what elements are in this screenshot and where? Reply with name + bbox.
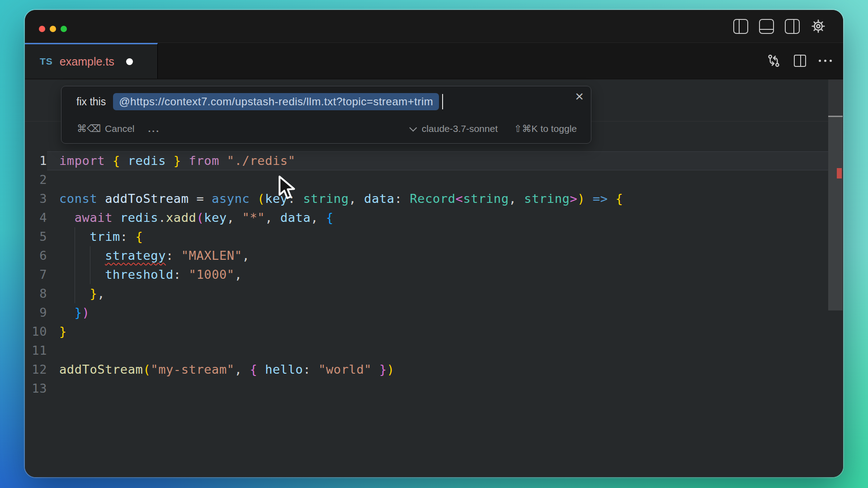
line-number: 1 <box>25 151 47 170</box>
code-line-content: }) <box>47 303 843 322</box>
code-line[interactable]: 2 <box>25 170 843 189</box>
close-window-button[interactable] <box>39 26 45 32</box>
inline-chat-widget: fix this @https://context7.com/upstash-r… <box>61 86 591 144</box>
cancel-shortcut-icon: ⌘⌫ <box>77 123 101 135</box>
traffic-lights <box>39 26 67 32</box>
more-actions-icon[interactable] <box>819 60 832 62</box>
line-number: 11 <box>25 341 47 360</box>
typescript-file-icon: TS <box>40 56 53 67</box>
editor-pane[interactable]: fix this @https://context7.com/upstash-r… <box>25 80 843 477</box>
code-area[interactable]: 1import { redis } from "./redis"23const … <box>25 151 843 398</box>
code-line-content: const addToStream = async (key: string, … <box>47 189 843 208</box>
close-icon[interactable]: × <box>575 89 584 103</box>
code-line-content <box>47 379 843 398</box>
text-caret <box>442 94 443 109</box>
code-line-content: threshold: "1000", <box>47 265 843 284</box>
line-number: 12 <box>25 360 47 379</box>
code-line-content: await redis.xadd(key, "*", data, { <box>47 208 843 227</box>
code-line-content: trim: { <box>47 227 843 246</box>
code-line[interactable]: 10} <box>25 322 843 341</box>
code-line-content: import { redis } from "./redis" <box>47 151 843 170</box>
code-line[interactable]: 6 strategy: "MAXLEN", <box>25 246 843 265</box>
line-number: 6 <box>25 246 47 265</box>
code-line[interactable]: 9 }) <box>25 303 843 322</box>
cancel-button[interactable]: Cancel <box>105 123 134 134</box>
toggle-primary-sidebar-icon[interactable] <box>733 19 748 34</box>
editor-actions <box>766 43 832 79</box>
line-number: 9 <box>25 303 47 322</box>
line-number: 7 <box>25 265 47 284</box>
tab-bar: TS example.ts <box>25 43 843 79</box>
line-number: 4 <box>25 208 47 227</box>
line-number: 13 <box>25 379 47 398</box>
context-url-chip[interactable]: @https://context7.com/upstash-redis/llm.… <box>113 93 439 110</box>
scrollbar-thumb[interactable] <box>828 117 843 310</box>
code-line-content: } <box>47 322 843 341</box>
zoom-window-button[interactable] <box>61 26 67 32</box>
line-number: 8 <box>25 284 47 303</box>
tab-filename: example.ts <box>60 55 114 68</box>
code-line-content <box>47 341 843 360</box>
line-number: 5 <box>25 227 47 246</box>
code-line[interactable]: 13 <box>25 379 843 398</box>
code-line[interactable]: 8 }, <box>25 284 843 303</box>
model-name: claude-3.7-sonnet <box>422 123 498 134</box>
line-number: 2 <box>25 170 47 189</box>
more-options-button[interactable]: ... <box>148 123 160 134</box>
line-number: 3 <box>25 189 47 208</box>
inline-chat-input[interactable]: fix this @https://context7.com/upstash-r… <box>61 86 591 117</box>
titlebar-layout-controls <box>733 19 826 34</box>
code-line-content: addToStream("my-stream", { hello: "world… <box>47 360 843 379</box>
inline-chat-actions: ⌘⌫ Cancel ... claude-3.7-sonnet ⇧⌘K to t… <box>61 117 591 141</box>
code-line-content <box>47 170 843 189</box>
split-editor-icon[interactable] <box>794 55 806 67</box>
chevron-down-icon <box>409 124 417 131</box>
indent-guide <box>75 227 75 303</box>
toggle-secondary-sidebar-icon[interactable] <box>785 19 800 34</box>
minimize-window-button[interactable] <box>50 26 56 32</box>
code-line-content: }, <box>47 284 843 303</box>
code-line[interactable]: 12addToStream("my-stream", { hello: "wor… <box>25 360 843 379</box>
code-line[interactable]: 7 threshold: "1000", <box>25 265 843 284</box>
indent-guide <box>90 246 90 284</box>
compare-changes-icon[interactable] <box>766 53 781 68</box>
code-line[interactable]: 11 <box>25 341 843 360</box>
code-line[interactable]: 5 trim: { <box>25 227 843 246</box>
toggle-panel-icon[interactable] <box>759 19 774 34</box>
line-number: 10 <box>25 322 47 341</box>
prompt-text: fix this <box>76 96 106 108</box>
code-line[interactable]: 1import { redis } from "./redis" <box>25 151 843 170</box>
code-line[interactable]: 3const addToStream = async (key: string,… <box>25 189 843 208</box>
toggle-hint: ⇧⌘K to toggle <box>514 123 577 134</box>
scrollbar-track[interactable] <box>828 80 843 116</box>
code-line[interactable]: 4 await redis.xadd(key, "*", data, { <box>25 208 843 227</box>
mouse-pointer-icon <box>277 175 299 202</box>
code-line-content: strategy: "MAXLEN", <box>47 246 843 265</box>
model-selector[interactable]: claude-3.7-sonnet <box>411 123 498 134</box>
titlebar <box>25 10 843 43</box>
settings-gear-icon[interactable] <box>811 19 826 34</box>
overview-ruler-error-marker <box>837 168 842 178</box>
editor-window: TS example.ts fix this @https://context7… <box>25 10 843 477</box>
modified-dot-icon[interactable] <box>126 58 133 65</box>
tab-example-ts[interactable]: TS example.ts <box>25 43 158 79</box>
